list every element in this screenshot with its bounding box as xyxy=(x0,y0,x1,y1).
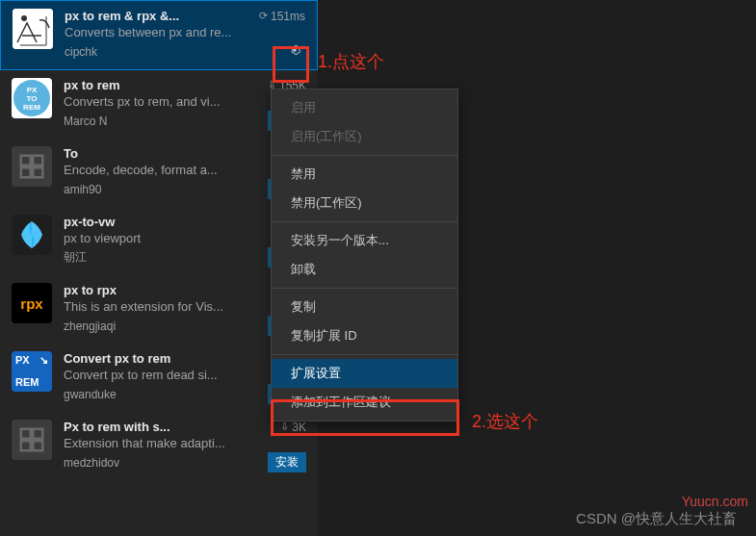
svg-rect-6 xyxy=(21,156,31,166)
extension-author: amih90 xyxy=(64,183,101,196)
extension-title: px to rpx xyxy=(64,283,269,297)
svg-rect-8 xyxy=(21,167,31,177)
extension-title: Px to rem with s... xyxy=(64,420,274,434)
svg-rect-9 xyxy=(33,167,42,177)
extension-author: cipchk xyxy=(65,45,97,59)
menu-separator xyxy=(272,155,457,156)
extension-meta: ⇩ 3K xyxy=(280,421,306,434)
svg-rect-10 xyxy=(21,429,31,439)
menu-item[interactable]: 添加到工作区建议 xyxy=(272,388,457,417)
svg-point-1 xyxy=(21,15,27,21)
extension-icon: PX↘REM xyxy=(12,351,52,392)
extension-author: zhengjiaqi xyxy=(64,319,116,333)
annotation-box-1 xyxy=(273,46,309,83)
menu-item: 启用(工作区) xyxy=(272,122,457,151)
extension-icon: PXTOREM xyxy=(12,78,52,118)
menu-separator xyxy=(272,354,457,355)
menu-separator xyxy=(272,288,457,289)
annotation-text-2: 2.选这个 xyxy=(472,410,538,433)
extension-author: Marco N xyxy=(64,115,107,128)
extension-icon xyxy=(12,146,52,187)
extension-item[interactable]: Px to rem with s... ⇩ 3K Extension that … xyxy=(0,412,318,480)
extension-icon xyxy=(13,9,53,49)
csdn-watermark: CSDN @快意人生大社畜 xyxy=(576,510,737,528)
extension-author: medzhidov xyxy=(64,456,119,470)
extension-title: px to rem xyxy=(64,78,262,92)
svg-text:TO: TO xyxy=(27,94,38,103)
extension-title: px-to-vw xyxy=(64,215,269,229)
extension-item[interactable]: px to rem & rpx &... ⟳ 151ms Converts be… xyxy=(0,0,318,70)
menu-item[interactable]: 安装另一个版本... xyxy=(272,226,457,255)
extension-author: 朝江 xyxy=(64,249,87,266)
extension-author: gwanduke xyxy=(64,388,117,401)
context-menu: 启用启用(工作区)禁用禁用(工作区)安装另一个版本...卸载复制复制扩展 ID扩… xyxy=(271,89,458,421)
svg-text:PX: PX xyxy=(27,86,38,94)
svg-text:REM: REM xyxy=(23,103,40,112)
install-button[interactable]: 安装 xyxy=(268,452,306,472)
menu-item[interactable]: 扩展设置 xyxy=(272,359,457,388)
extension-info: Px to rem with s... ⇩ 3K Extension that … xyxy=(64,420,306,472)
extension-info: px to rem & rpx &... ⟳ 151ms Converts be… xyxy=(65,9,305,62)
svg-rect-0 xyxy=(13,9,53,49)
svg-rect-13 xyxy=(33,441,42,450)
svg-rect-11 xyxy=(33,429,42,439)
extension-title: Convert px to rem xyxy=(64,351,292,366)
menu-item[interactable]: 复制 xyxy=(272,293,457,321)
extension-icon: rpx xyxy=(12,283,52,323)
menu-item[interactable]: 卸载 xyxy=(272,255,457,284)
svg-rect-12 xyxy=(21,441,31,450)
extension-meta: ⟳ 151ms xyxy=(259,10,305,23)
svg-rect-7 xyxy=(33,156,42,166)
extension-title: px to rem & rpx &... xyxy=(65,9,253,23)
extension-description: Converts between px and re... xyxy=(65,25,305,39)
annotation-text-1: 1.点这个 xyxy=(318,50,384,73)
extension-title: To xyxy=(64,146,274,161)
menu-item: 启用 xyxy=(272,93,457,122)
menu-item[interactable]: 复制扩展 ID xyxy=(272,321,457,350)
menu-separator xyxy=(272,221,457,222)
menu-item[interactable]: 禁用(工作区) xyxy=(272,189,457,217)
extension-icon xyxy=(12,420,52,460)
extension-description: Extension that make adapti... xyxy=(64,436,306,450)
download-icon: ⇩ xyxy=(280,421,289,433)
clock-icon: ⟳ xyxy=(259,10,268,22)
extension-icon xyxy=(12,215,52,255)
menu-item[interactable]: 禁用 xyxy=(272,160,457,189)
brand-watermark: Yuucn.com xyxy=(682,494,748,509)
